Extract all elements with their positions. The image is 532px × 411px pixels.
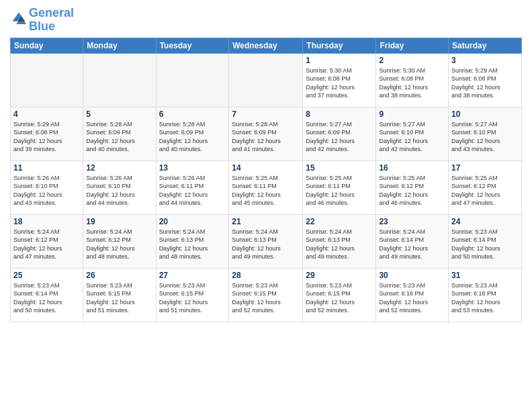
calendar-cell: 21Sunrise: 5:24 AM Sunset: 6:13 PM Dayli… [229,214,303,268]
calendar-week-row: 11Sunrise: 5:26 AM Sunset: 6:10 PM Dayli… [11,161,522,214]
day-info: Sunrise: 5:23 AM Sunset: 6:15 PM Dayligh… [159,281,226,315]
day-number: 1 [306,56,373,65]
calendar-cell: 23Sunrise: 5:24 AM Sunset: 6:14 PM Dayli… [376,214,449,268]
calendar-table: SundayMondayTuesdayWednesdayThursdayFrid… [10,38,522,322]
calendar-cell [83,53,156,107]
calendar-cell: 12Sunrise: 5:26 AM Sunset: 6:10 PM Dayli… [83,161,156,214]
day-info: Sunrise: 5:30 AM Sunset: 6:08 PM Dayligh… [379,66,445,100]
day-info: Sunrise: 5:23 AM Sunset: 6:14 PM Dayligh… [13,281,80,315]
day-number: 12 [86,163,152,173]
day-number: 6 [159,109,226,119]
day-info: Sunrise: 5:27 AM Sunset: 6:10 PM Dayligh… [451,120,519,154]
calendar-cell: 8Sunrise: 5:27 AM Sunset: 6:09 PM Daylig… [303,107,376,161]
day-number: 11 [13,163,80,173]
calendar-cell: 15Sunrise: 5:25 AM Sunset: 6:11 PM Dayli… [303,161,376,214]
day-number: 23 [379,217,445,226]
day-info: Sunrise: 5:23 AM Sunset: 6:14 PM Dayligh… [451,228,519,261]
calendar-cell: 24Sunrise: 5:23 AM Sunset: 6:14 PM Dayli… [449,214,522,268]
day-info: Sunrise: 5:23 AM Sunset: 6:16 PM Dayligh… [379,281,445,315]
day-info: Sunrise: 5:23 AM Sunset: 6:15 PM Dayligh… [306,281,373,315]
weekday-header-monday: Monday [83,38,156,53]
day-info: Sunrise: 5:26 AM Sunset: 6:10 PM Dayligh… [13,174,80,208]
day-info: Sunrise: 5:27 AM Sunset: 6:10 PM Dayligh… [379,120,445,154]
day-info: Sunrise: 5:24 AM Sunset: 6:12 PM Dayligh… [86,228,152,261]
calendar-cell: 22Sunrise: 5:24 AM Sunset: 6:13 PM Dayli… [303,214,376,268]
day-number: 3 [451,56,519,65]
calendar-cell [11,53,83,107]
day-info: Sunrise: 5:26 AM Sunset: 6:11 PM Dayligh… [159,174,226,208]
logo-icon [11,11,26,26]
day-number: 14 [232,163,300,173]
day-info: Sunrise: 5:25 AM Sunset: 6:11 PM Dayligh… [232,174,300,208]
calendar-cell: 26Sunrise: 5:23 AM Sunset: 6:15 PM Dayli… [83,268,156,322]
day-number: 16 [379,163,445,173]
day-number: 24 [451,217,519,226]
weekday-header-thursday: Thursday [303,38,376,53]
day-info: Sunrise: 5:29 AM Sunset: 6:08 PM Dayligh… [451,66,519,100]
day-info: Sunrise: 5:24 AM Sunset: 6:13 PM Dayligh… [159,228,226,261]
calendar-cell: 13Sunrise: 5:26 AM Sunset: 6:11 PM Dayli… [156,161,229,214]
day-info: Sunrise: 5:28 AM Sunset: 6:09 PM Dayligh… [159,120,226,154]
calendar-header-row: SundayMondayTuesdayWednesdayThursdayFrid… [11,38,522,53]
calendar-cell: 31Sunrise: 5:23 AM Sunset: 6:16 PM Dayli… [449,268,522,322]
calendar-cell: 2Sunrise: 5:30 AM Sunset: 6:08 PM Daylig… [376,53,449,107]
day-number: 13 [159,163,226,173]
day-info: Sunrise: 5:25 AM Sunset: 6:12 PM Dayligh… [379,174,445,208]
logo: General Blue [10,7,74,34]
calendar-week-row: 25Sunrise: 5:23 AM Sunset: 6:14 PM Dayli… [11,268,522,322]
weekday-header-wednesday: Wednesday [229,38,303,53]
calendar-cell: 17Sunrise: 5:25 AM Sunset: 6:12 PM Dayli… [449,161,522,214]
day-number: 20 [159,217,226,226]
calendar-cell: 14Sunrise: 5:25 AM Sunset: 6:11 PM Dayli… [229,161,303,214]
calendar-week-row: 4Sunrise: 5:29 AM Sunset: 6:08 PM Daylig… [11,107,522,161]
calendar-cell: 5Sunrise: 5:28 AM Sunset: 6:09 PM Daylig… [83,107,156,161]
calendar-week-row: 1Sunrise: 5:30 AM Sunset: 6:08 PM Daylig… [11,53,522,107]
day-number: 7 [232,109,300,119]
day-info: Sunrise: 5:30 AM Sunset: 6:08 PM Dayligh… [306,66,373,100]
day-number: 25 [13,271,80,280]
day-number: 30 [379,271,445,280]
calendar-cell: 16Sunrise: 5:25 AM Sunset: 6:12 PM Dayli… [376,161,449,214]
calendar-cell: 19Sunrise: 5:24 AM Sunset: 6:12 PM Dayli… [83,214,156,268]
page-header: General Blue [10,7,522,34]
day-info: Sunrise: 5:24 AM Sunset: 6:13 PM Dayligh… [306,228,373,261]
day-info: Sunrise: 5:26 AM Sunset: 6:10 PM Dayligh… [86,174,152,208]
day-number: 29 [306,271,373,280]
calendar-cell: 20Sunrise: 5:24 AM Sunset: 6:13 PM Dayli… [156,214,229,268]
weekday-header-tuesday: Tuesday [156,38,229,53]
calendar-cell [156,53,229,107]
weekday-header-saturday: Saturday [449,38,522,53]
logo-text: General [29,7,74,20]
day-info: Sunrise: 5:29 AM Sunset: 6:08 PM Dayligh… [13,120,80,154]
day-number: 15 [306,163,373,173]
day-info: Sunrise: 5:23 AM Sunset: 6:15 PM Dayligh… [86,281,152,315]
day-number: 18 [13,217,80,226]
calendar-cell: 25Sunrise: 5:23 AM Sunset: 6:14 PM Dayli… [11,268,83,322]
calendar-cell: 1Sunrise: 5:30 AM Sunset: 6:08 PM Daylig… [303,53,376,107]
day-info: Sunrise: 5:28 AM Sunset: 6:09 PM Dayligh… [86,120,152,154]
day-number: 10 [451,109,519,119]
day-number: 27 [159,271,226,280]
day-number: 4 [13,109,80,119]
day-number: 17 [451,163,519,173]
day-number: 9 [379,109,445,119]
calendar-week-row: 18Sunrise: 5:24 AM Sunset: 6:12 PM Dayli… [11,214,522,268]
day-info: Sunrise: 5:24 AM Sunset: 6:14 PM Dayligh… [379,228,445,261]
logo-text-blue: Blue [29,20,74,34]
day-number: 31 [451,271,519,280]
calendar-cell: 9Sunrise: 5:27 AM Sunset: 6:10 PM Daylig… [376,107,449,161]
day-number: 2 [379,56,445,65]
day-info: Sunrise: 5:28 AM Sunset: 6:09 PM Dayligh… [232,120,300,154]
day-number: 19 [86,217,152,226]
calendar-cell: 11Sunrise: 5:26 AM Sunset: 6:10 PM Dayli… [11,161,83,214]
day-info: Sunrise: 5:25 AM Sunset: 6:12 PM Dayligh… [451,174,519,208]
day-info: Sunrise: 5:23 AM Sunset: 6:16 PM Dayligh… [451,281,519,315]
calendar-cell: 6Sunrise: 5:28 AM Sunset: 6:09 PM Daylig… [156,107,229,161]
day-number: 21 [232,217,300,226]
day-info: Sunrise: 5:24 AM Sunset: 6:13 PM Dayligh… [232,228,300,261]
day-number: 5 [86,109,152,119]
calendar-cell: 29Sunrise: 5:23 AM Sunset: 6:15 PM Dayli… [303,268,376,322]
day-number: 8 [306,109,373,119]
calendar-cell [229,53,303,107]
calendar-cell: 18Sunrise: 5:24 AM Sunset: 6:12 PM Dayli… [11,214,83,268]
